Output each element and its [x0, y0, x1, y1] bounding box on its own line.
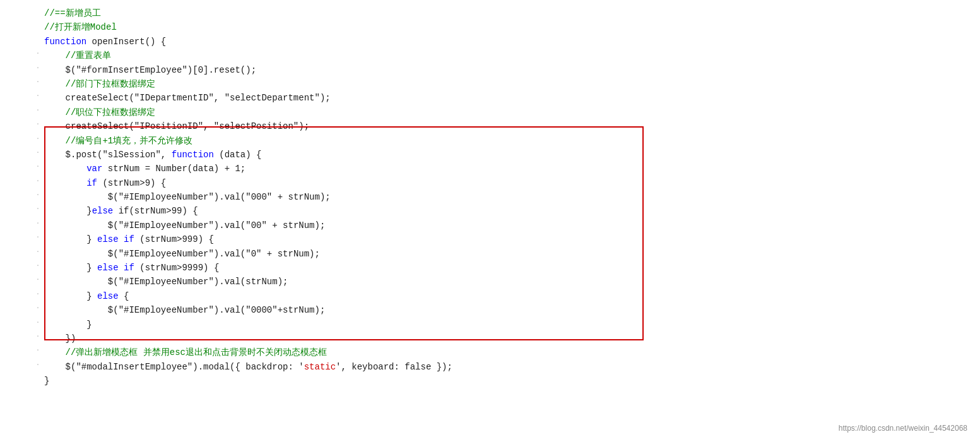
line-dots: · [32, 247, 44, 257]
code-line: · createSelect("IPositionID", "selectPos… [0, 119, 980, 133]
line-content: //==新增员工 [44, 6, 974, 20]
line-content: $("#formInsertEmployee")[0].reset(); [44, 63, 974, 77]
line-dots: · [32, 232, 44, 243]
line-dots: · [32, 261, 44, 271]
code-line: } [0, 374, 980, 388]
line-content: $("#IEmployeeNumber").val("00" + strNum)… [44, 219, 974, 232]
code-line: · }else if(strNum>99) { [0, 204, 980, 218]
line-dots: · [32, 318, 44, 328]
line-dots: · [32, 190, 44, 200]
line-content: if (strNum>9) { [44, 176, 974, 190]
code-line: · }) [0, 332, 980, 345]
line-dots: · [32, 219, 44, 229]
line-dots: · [32, 49, 44, 59]
line-content: } else if (strNum>999) { [44, 232, 974, 246]
line-dots: · [32, 119, 44, 129]
line-content: } [44, 374, 974, 388]
code-line: · } [0, 318, 980, 332]
code-line: · $("#IEmployeeNumber").val("0000"+strNu… [0, 303, 980, 317]
line-dots: · [32, 63, 44, 73]
line-dots: · [32, 345, 44, 356]
line-content: } [44, 318, 974, 332]
code-line: · //职位下拉框数据绑定 [0, 105, 980, 119]
line-content: createSelect("IDepartmentID", "selectDep… [44, 91, 974, 105]
line-dots: · [32, 176, 44, 186]
code-line: · //部门下拉框数据绑定 [0, 77, 980, 91]
code-line: · createSelect("IDepartmentID", "selectD… [0, 91, 980, 105]
line-dots: · [32, 162, 44, 172]
line-content: var strNum = Number(data) + 1; [44, 162, 974, 176]
line-dots: · [32, 289, 44, 299]
code-line: · $("#formInsertEmployee")[0].reset(); [0, 63, 980, 77]
line-content: //打开新增Model [44, 20, 974, 34]
line-dots: · [32, 360, 44, 370]
code-block: //==新增员工//打开新增Modelfunction openInsert()… [0, 6, 980, 388]
line-dots: · [32, 91, 44, 101]
code-line: · $("#IEmployeeNumber").val("0" + strNum… [0, 247, 980, 261]
line-dots: · [32, 204, 44, 214]
line-content: } else if (strNum>9999) { [44, 261, 974, 275]
line-content: } else { [44, 289, 974, 303]
line-content: $.post("slSession", function (data) { [44, 148, 974, 162]
code-line: · $("#IEmployeeNumber").val(strNum); [0, 275, 980, 289]
code-line: · //重置表单 [0, 49, 980, 63]
line-dots: · [32, 77, 44, 87]
line-dots: · [32, 332, 44, 342]
code-line: · $("#IEmployeeNumber").val("000" + strN… [0, 190, 980, 204]
line-content: //部门下拉框数据绑定 [44, 77, 974, 91]
code-line: · //弹出新增模态框 并禁用esc退出和点击背景时不关闭动态模态框 [0, 345, 980, 359]
line-dots: · [32, 148, 44, 158]
line-content: $("#modalInsertEmployee").modal({ backdr… [44, 360, 974, 374]
code-line: //打开新增Model [0, 20, 980, 34]
line-dots: · [32, 275, 44, 285]
code-line: · } else if (strNum>9999) { [0, 261, 980, 275]
line-content: //弹出新增模态框 并禁用esc退出和点击背景时不关闭动态模态框 [44, 345, 974, 359]
code-line: //==新增员工 [0, 6, 980, 20]
line-content: $("#IEmployeeNumber").val("000" + strNum… [44, 190, 974, 204]
line-content: }else if(strNum>99) { [44, 204, 974, 218]
line-content: //重置表单 [44, 49, 974, 63]
code-line: · if (strNum>9) { [0, 176, 980, 190]
line-content: createSelect("IPositionID", "selectPosit… [44, 119, 974, 133]
line-dots: · [32, 134, 44, 144]
code-line: function openInsert() { [0, 35, 980, 49]
line-content: $("#IEmployeeNumber").val("0" + strNum); [44, 247, 974, 261]
code-line: · var strNum = Number(data) + 1; [0, 162, 980, 176]
line-content: function openInsert() { [44, 35, 974, 49]
line-dots: · [32, 303, 44, 313]
code-line: · } else { [0, 289, 980, 303]
code-line: · $("#IEmployeeNumber").val("00" + strNu… [0, 219, 980, 232]
code-line: · $.post("slSession", function (data) { [0, 148, 980, 162]
code-container: //==新增员工//打开新增Modelfunction openInsert()… [0, 0, 980, 444]
line-content: //编号自+1填充，并不允许修改 [44, 134, 974, 148]
line-content: $("#IEmployeeNumber").val(strNum); [44, 275, 974, 289]
code-line: · } else if (strNum>999) { [0, 232, 980, 246]
code-line: · $("#modalInsertEmployee").modal({ back… [0, 360, 980, 374]
line-dots: · [32, 105, 44, 116]
line-content: //职位下拉框数据绑定 [44, 105, 974, 119]
code-line: · //编号自+1填充，并不允许修改 [0, 134, 980, 148]
line-content: $("#IEmployeeNumber").val("0000"+strNum)… [44, 303, 974, 317]
watermark: https://blog.csdn.net/weixin_44542068 [839, 423, 967, 435]
line-content: }) [44, 332, 974, 345]
